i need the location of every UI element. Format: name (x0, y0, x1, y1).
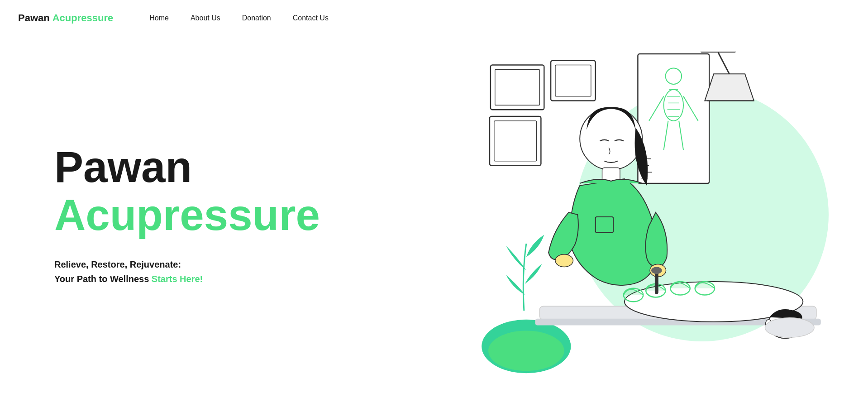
hero-subtitle-line1: Relieve, Restore, Rejuvenate: (54, 259, 181, 269)
nav-link-contact[interactable]: Contact Us (284, 10, 338, 25)
svg-rect-1 (495, 69, 539, 105)
nav-item-donation[interactable]: Donation (233, 14, 280, 22)
navbar: Pawan Acupressure Home About Us Donation… (0, 0, 868, 36)
acupressure-illustration (482, 52, 821, 378)
nav-item-contact[interactable]: Contact Us (284, 14, 338, 22)
hero-title-pawan: Pawan (54, 143, 398, 191)
hero-subtitle: Relieve, Restore, Rejuvenate: Your Path … (54, 257, 398, 286)
svg-point-40 (651, 267, 662, 274)
svg-point-41 (555, 254, 572, 267)
nav-link-home[interactable]: Home (140, 10, 178, 25)
svg-line-23 (718, 53, 729, 74)
svg-point-26 (488, 331, 564, 371)
brand-logo[interactable]: Pawan Acupressure (18, 12, 113, 24)
svg-rect-3 (555, 65, 591, 96)
nav-item-about[interactable]: About Us (181, 14, 229, 22)
svg-rect-0 (490, 65, 544, 110)
svg-rect-6 (638, 54, 709, 183)
brand-pawan: Pawan (18, 12, 50, 24)
hero-title-acupressure: Acupressure (54, 191, 398, 239)
hero-section: Pawan Acupressure Relieve, Restore, Reju… (0, 36, 868, 393)
hero-text: Pawan Acupressure Relieve, Restore, Reju… (0, 107, 434, 322)
svg-rect-4 (489, 116, 540, 165)
svg-rect-22 (700, 52, 736, 53)
svg-point-32 (765, 318, 814, 337)
svg-rect-2 (551, 61, 596, 101)
svg-rect-43 (602, 168, 620, 181)
svg-point-42 (580, 107, 642, 170)
nav-link-about[interactable]: About Us (181, 10, 229, 25)
nav-link-donation[interactable]: Donation (233, 10, 280, 25)
brand-acupressure: Acupressure (52, 12, 114, 24)
hero-subtitle-line2-plain: Your Path to Wellness (54, 274, 149, 284)
nav-links: Home About Us Donation Contact Us (140, 14, 338, 22)
hero-subtitle-highlight: Starts Here! (152, 274, 203, 284)
hero-illustration (434, 36, 868, 393)
svg-rect-5 (494, 121, 536, 161)
nav-item-home[interactable]: Home (140, 14, 178, 22)
